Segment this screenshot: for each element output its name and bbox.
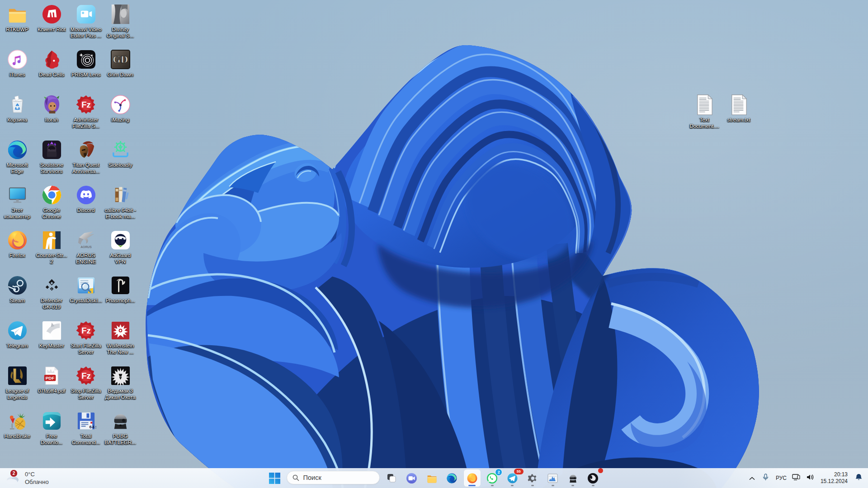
svg-text:AORUS: AORUS [80, 245, 92, 249]
svg-text:Fz: Fz [81, 326, 91, 335]
svg-text:64:: 64: [89, 425, 97, 430]
svg-text:Fz: Fz [81, 371, 91, 380]
svg-text:GD: GD [113, 54, 128, 65]
svg-text:PDF: PDF [45, 375, 54, 380]
svg-text:Fz: Fz [81, 100, 91, 109]
